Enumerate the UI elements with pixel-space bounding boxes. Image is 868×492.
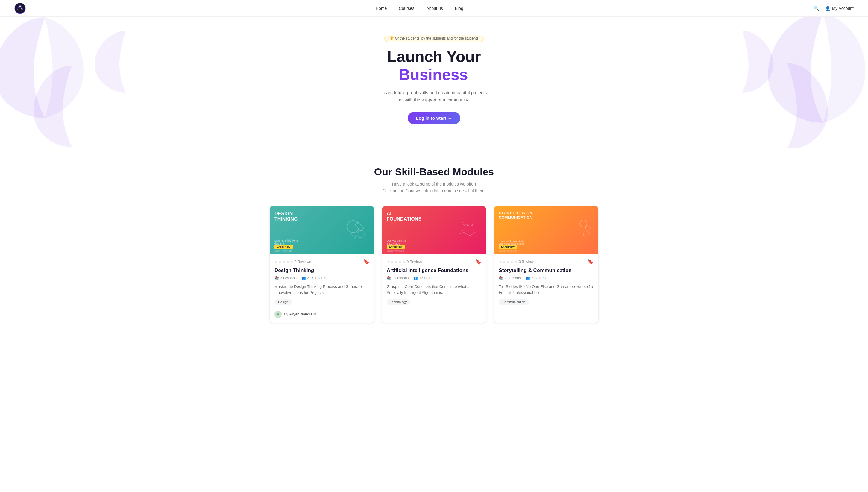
thumb-url-story: LearnHypnot.org [499,250,517,252]
navbar: Home Courses About us Blog 🔍 👤 My Accoun… [0,0,868,17]
modules-section: Our Skill-Based Modules Have a look at s… [0,148,868,335]
svg-point-5 [464,224,466,226]
card-rating-design: ★ ★ ★ ★ ★ 0 Reviews 🔖 [274,259,369,265]
hero-cursor [469,69,469,82]
nav-link-courses[interactable]: Courses [399,6,414,11]
card-author-design: A By Aryan Nangia in [274,311,369,318]
rating-count-ai: 0 Reviews [407,260,423,264]
card-meta-story: 📚 2 Lessons 👥 7 Students [499,276,594,280]
logo-icon [15,3,26,14]
hero-title-line2: Business [399,66,468,83]
card-thumbnail-ai: AIFOUNDATIONS Demystifying theBuzzwords … [382,206,487,254]
nav-link-about[interactable]: About us [426,6,443,11]
svg-point-12 [584,231,589,237]
svg-point-6 [467,224,469,226]
students-design: 👥 27 Students [301,276,326,280]
thumb-icon-design [344,218,368,243]
card-tag-ai[interactable]: Technology [387,299,411,305]
modules-title: Our Skill-Based Modules [15,166,853,178]
thumb-url-ai: LearnHypnot.org [387,250,405,252]
book-icon: 📚 [274,276,279,280]
thumb-label-design: DESIGNTHINKING [274,211,298,221]
users-icon-ai: 👥 [413,276,418,280]
hero-content: 🏆 Of the students, by the students and f… [381,35,487,124]
stars-story: ★ ★ ★ ★ ★ [499,260,518,264]
nav-links: Home Courses About us Blog [376,6,463,11]
author-name-design: Aryan Nangia [289,312,312,316]
thumb-icon-ai [456,218,480,243]
card-meta-design: 📚 3 Lessons 👥 27 Students [274,276,369,280]
card-meta-ai: 📚 2 Lessons 👥 13 Students [387,276,481,280]
lessons-design: 📚 3 Lessons [274,276,297,280]
stars-ai: ★ ★ ★ ★ ★ [387,260,405,264]
students-story: 👥 7 Students [526,276,548,280]
thumb-badge-design: EnrollNow [274,245,293,249]
svg-point-8 [463,231,465,233]
nav-link-home[interactable]: Home [376,6,387,11]
card-body-design: ★ ★ ★ ★ ★ 0 Reviews 🔖 Design Thinking 📚 [270,254,374,323]
cards-grid: DESIGNTHINKING Learn to think like adesi… [269,206,599,323]
card-desc-story: Tell Stories like No One Else and Guaran… [499,284,594,295]
nav-link-blog[interactable]: Blog [455,6,463,11]
login-to-start-button[interactable]: Log in to Start → [408,112,461,124]
stars-design: ★ ★ ★ ★ ★ [274,260,293,264]
card-title-ai: Artificial Intelligence Foundations [387,268,481,273]
card-rating-story: ★ ★ ★ ★ ★ 0 Reviews 🔖 [499,259,594,265]
leaf-right-top [754,17,868,137]
book-icon-story: 📚 [499,276,503,280]
svg-point-3 [357,230,364,238]
course-card-storytelling[interactable]: STORYTELLING &COMMUNICATION Learn to tel… [494,206,599,323]
course-card-design-thinking[interactable]: DESIGNTHINKING Learn to think like adesi… [269,206,374,323]
book-icon-ai: 📚 [387,276,391,280]
card-body-story: ★ ★ ★ ★ ★ 0 Reviews 🔖 Storytelling & Com… [494,254,598,313]
thumb-sub-design: Learn to think like adesigner [274,239,298,245]
hero-title: Launch Your Business [381,48,487,84]
leaf-left-top [0,17,108,130]
leaf-center-left [90,26,162,98]
svg-point-7 [471,224,473,226]
modules-subtitle: Have a look at some of the modules we of… [15,181,853,194]
thumb-label-ai: AIFOUNDATIONS [387,211,421,221]
leaf-center-right [706,26,778,98]
hero-badge: 🏆 Of the students, by the students and f… [384,35,483,42]
card-title-design: Design Thinking [274,268,369,273]
hero-subtitle: Learn future-proof skills and create imp… [381,89,487,103]
card-body-ai: ★ ★ ★ ★ ★ 0 Reviews 🔖 Artificial Intelli… [382,254,487,313]
card-rating-ai: ★ ★ ★ ★ ★ 0 Reviews 🔖 [387,259,481,265]
card-tag-story[interactable]: Communication [499,299,528,305]
card-thumbnail-design: DESIGNTHINKING Learn to think like adesi… [270,206,374,254]
users-icon: 👥 [301,276,306,280]
card-desc-design: Master the Design Thinking Process and G… [274,284,369,295]
author-avatar-design: A [274,311,282,318]
svg-point-0 [15,3,25,14]
card-title-story: Storytelling & Communication [499,268,594,273]
account-user-icon: 👤 [825,6,830,11]
students-ai: 👥 13 Students [413,276,438,280]
rating-count-story: 0 Reviews [519,260,535,264]
hero-section: 🏆 Of the students, by the students and f… [0,17,868,148]
rating-count-design: 0 Reviews [295,260,311,264]
thumb-icon-story [568,218,592,243]
card-desc-ai: Grasp the Core Concepts that Constitute … [387,284,481,295]
bookmark-button-story[interactable]: 🔖 [588,259,594,265]
bookmark-button-ai[interactable]: 🔖 [475,259,481,265]
thumb-label-story: STORYTELLING &COMMUNICATION [499,211,532,220]
thumb-badge-story: EnrollNow [499,245,517,249]
svg-point-11 [586,226,590,230]
svg-point-9 [469,235,471,237]
card-tag-design[interactable]: Design [274,299,292,305]
nav-logo[interactable] [15,3,26,14]
my-account-link[interactable]: 👤 My Account [825,6,853,11]
search-icon[interactable]: 🔍 [813,5,819,11]
nav-right: 🔍 👤 My Account [813,5,853,11]
lessons-story: 📚 2 Lessons [499,276,521,280]
course-card-ai[interactable]: AIFOUNDATIONS Demystifying theBuzzwords … [381,206,487,323]
modules-header: Our Skill-Based Modules Have a look at s… [15,166,853,194]
hero-title-line1: Launch Your [387,48,481,65]
leaf-right-bottom [736,55,838,148]
leaf-left-bottom [24,58,120,148]
bookmark-button-design[interactable]: 🔖 [363,259,369,265]
account-label: My Account [832,6,853,11]
thumb-badge-ai: EnrollNow [387,245,405,249]
thumb-url-design: LearnHypnot.org [274,250,292,252]
